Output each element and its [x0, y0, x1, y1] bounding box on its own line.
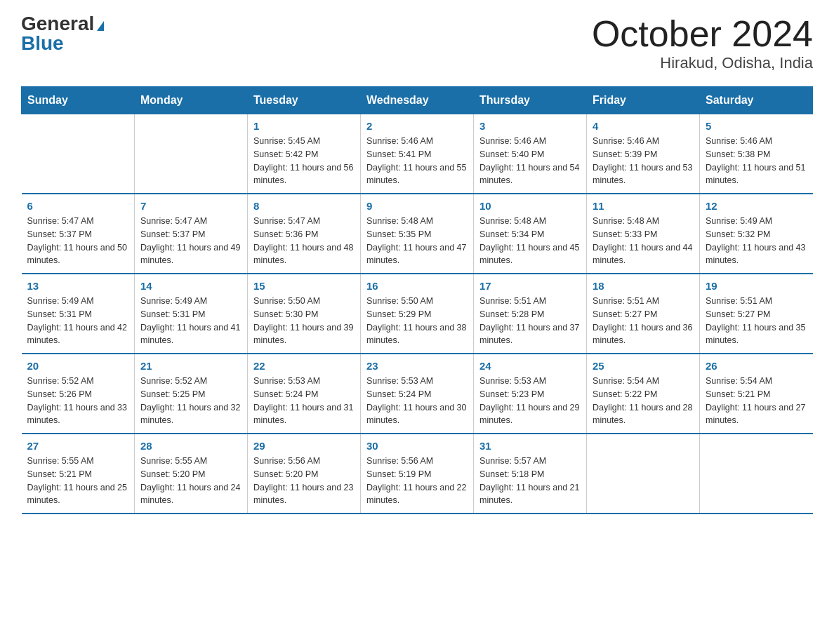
day-number: 24	[479, 360, 581, 372]
calendar-cell: 31Sunrise: 5:57 AMSunset: 5:18 PMDayligh…	[474, 434, 587, 514]
day-info: Sunrise: 5:53 AMSunset: 5:24 PMDaylight:…	[366, 375, 468, 427]
calendar-header-saturday: Saturday	[700, 87, 813, 114]
calendar-cell: 18Sunrise: 5:51 AMSunset: 5:27 PMDayligh…	[587, 274, 700, 354]
day-info: Sunrise: 5:54 AMSunset: 5:21 PMDaylight:…	[706, 375, 807, 427]
day-number: 26	[706, 360, 807, 372]
calendar-cell: 16Sunrise: 5:50 AMSunset: 5:29 PMDayligh…	[361, 274, 474, 354]
day-info: Sunrise: 5:48 AMSunset: 5:35 PMDaylight:…	[366, 215, 468, 267]
calendar-cell: 4Sunrise: 5:46 AMSunset: 5:39 PMDaylight…	[587, 114, 700, 194]
calendar-cell: 14Sunrise: 5:49 AMSunset: 5:31 PMDayligh…	[135, 274, 248, 354]
location-title: Hirakud, Odisha, India	[592, 54, 813, 72]
day-info: Sunrise: 5:52 AMSunset: 5:26 PMDaylight:…	[27, 375, 129, 427]
calendar-cell: 25Sunrise: 5:54 AMSunset: 5:22 PMDayligh…	[587, 354, 700, 434]
logo-triangle-icon	[97, 21, 104, 31]
day-number: 31	[479, 440, 581, 452]
day-info: Sunrise: 5:55 AMSunset: 5:20 PMDaylight:…	[140, 455, 241, 507]
calendar-header-row: SundayMondayTuesdayWednesdayThursdayFrid…	[22, 87, 813, 114]
day-info: Sunrise: 5:46 AMSunset: 5:38 PMDaylight:…	[706, 135, 807, 187]
day-info: Sunrise: 5:48 AMSunset: 5:34 PMDaylight:…	[479, 215, 581, 267]
day-number: 21	[140, 360, 241, 372]
calendar-cell: 24Sunrise: 5:53 AMSunset: 5:23 PMDayligh…	[474, 354, 587, 434]
day-info: Sunrise: 5:47 AMSunset: 5:36 PMDaylight:…	[253, 215, 355, 267]
day-number: 7	[140, 200, 241, 212]
calendar-cell: 19Sunrise: 5:51 AMSunset: 5:27 PMDayligh…	[700, 274, 813, 354]
calendar-week-row: 13Sunrise: 5:49 AMSunset: 5:31 PMDayligh…	[22, 274, 813, 354]
day-info: Sunrise: 5:57 AMSunset: 5:18 PMDaylight:…	[479, 455, 581, 507]
day-number: 9	[366, 200, 468, 212]
day-number: 3	[479, 120, 581, 132]
calendar-cell	[587, 434, 700, 514]
calendar-cell	[700, 434, 813, 514]
day-number: 2	[366, 120, 468, 132]
day-number: 6	[27, 200, 129, 212]
day-number: 16	[366, 280, 468, 292]
calendar-cell: 3Sunrise: 5:46 AMSunset: 5:40 PMDaylight…	[474, 114, 587, 194]
day-info: Sunrise: 5:51 AMSunset: 5:28 PMDaylight:…	[479, 295, 581, 347]
calendar-cell: 13Sunrise: 5:49 AMSunset: 5:31 PMDayligh…	[22, 274, 135, 354]
day-number: 28	[140, 440, 241, 452]
calendar-cell	[135, 114, 248, 194]
calendar-header-thursday: Thursday	[474, 87, 587, 114]
calendar-cell: 21Sunrise: 5:52 AMSunset: 5:25 PMDayligh…	[135, 354, 248, 434]
calendar-header-sunday: Sunday	[22, 87, 135, 114]
day-info: Sunrise: 5:49 AMSunset: 5:31 PMDaylight:…	[140, 295, 241, 347]
day-info: Sunrise: 5:46 AMSunset: 5:39 PMDaylight:…	[593, 135, 694, 187]
day-info: Sunrise: 5:50 AMSunset: 5:30 PMDaylight:…	[253, 295, 355, 347]
calendar-cell: 22Sunrise: 5:53 AMSunset: 5:24 PMDayligh…	[248, 354, 361, 434]
day-number: 14	[140, 280, 241, 292]
calendar-cell: 1Sunrise: 5:45 AMSunset: 5:42 PMDaylight…	[248, 114, 361, 194]
day-info: Sunrise: 5:56 AMSunset: 5:20 PMDaylight:…	[253, 455, 355, 507]
day-info: Sunrise: 5:55 AMSunset: 5:21 PMDaylight:…	[27, 455, 129, 507]
calendar-cell: 28Sunrise: 5:55 AMSunset: 5:20 PMDayligh…	[135, 434, 248, 514]
day-number: 27	[27, 440, 129, 452]
day-number: 20	[27, 360, 129, 372]
day-number: 25	[593, 360, 694, 372]
day-info: Sunrise: 5:45 AMSunset: 5:42 PMDaylight:…	[253, 135, 355, 187]
calendar-cell: 20Sunrise: 5:52 AMSunset: 5:26 PMDayligh…	[22, 354, 135, 434]
calendar-header-wednesday: Wednesday	[361, 87, 474, 114]
calendar-table: SundayMondayTuesdayWednesdayThursdayFrid…	[21, 86, 813, 514]
day-number: 8	[253, 200, 355, 212]
calendar-cell: 17Sunrise: 5:51 AMSunset: 5:28 PMDayligh…	[474, 274, 587, 354]
day-number: 11	[593, 200, 694, 212]
day-number: 22	[253, 360, 355, 372]
logo-blue-text: Blue	[21, 34, 64, 53]
day-number: 1	[253, 120, 355, 132]
calendar-week-row: 1Sunrise: 5:45 AMSunset: 5:42 PMDaylight…	[22, 114, 813, 194]
day-number: 12	[706, 200, 807, 212]
calendar-cell: 9Sunrise: 5:48 AMSunset: 5:35 PMDaylight…	[361, 194, 474, 274]
day-info: Sunrise: 5:53 AMSunset: 5:24 PMDaylight:…	[253, 375, 355, 427]
day-number: 29	[253, 440, 355, 452]
title-block: October 2024 Hirakud, Odisha, India	[592, 14, 813, 72]
day-info: Sunrise: 5:49 AMSunset: 5:32 PMDaylight:…	[706, 215, 807, 267]
day-info: Sunrise: 5:47 AMSunset: 5:37 PMDaylight:…	[140, 215, 241, 267]
day-number: 10	[479, 200, 581, 212]
calendar-header-friday: Friday	[587, 87, 700, 114]
day-number: 5	[706, 120, 807, 132]
calendar-week-row: 6Sunrise: 5:47 AMSunset: 5:37 PMDaylight…	[22, 194, 813, 274]
calendar-cell: 8Sunrise: 5:47 AMSunset: 5:36 PMDaylight…	[248, 194, 361, 274]
calendar-cell: 5Sunrise: 5:46 AMSunset: 5:38 PMDaylight…	[700, 114, 813, 194]
calendar-cell: 6Sunrise: 5:47 AMSunset: 5:37 PMDaylight…	[22, 194, 135, 274]
calendar-cell: 30Sunrise: 5:56 AMSunset: 5:19 PMDayligh…	[361, 434, 474, 514]
day-info: Sunrise: 5:54 AMSunset: 5:22 PMDaylight:…	[593, 375, 694, 427]
day-info: Sunrise: 5:53 AMSunset: 5:23 PMDaylight:…	[479, 375, 581, 427]
calendar-cell: 26Sunrise: 5:54 AMSunset: 5:21 PMDayligh…	[700, 354, 813, 434]
calendar-cell: 10Sunrise: 5:48 AMSunset: 5:34 PMDayligh…	[474, 194, 587, 274]
day-info: Sunrise: 5:51 AMSunset: 5:27 PMDaylight:…	[706, 295, 807, 347]
calendar-cell: 27Sunrise: 5:55 AMSunset: 5:21 PMDayligh…	[22, 434, 135, 514]
calendar-header-monday: Monday	[135, 87, 248, 114]
page-header: General Blue October 2024 Hirakud, Odish…	[21, 14, 813, 72]
day-number: 15	[253, 280, 355, 292]
calendar-week-row: 27Sunrise: 5:55 AMSunset: 5:21 PMDayligh…	[22, 434, 813, 514]
day-number: 30	[366, 440, 468, 452]
calendar-cell: 12Sunrise: 5:49 AMSunset: 5:32 PMDayligh…	[700, 194, 813, 274]
day-info: Sunrise: 5:50 AMSunset: 5:29 PMDaylight:…	[366, 295, 468, 347]
day-info: Sunrise: 5:47 AMSunset: 5:37 PMDaylight:…	[27, 215, 129, 267]
logo: General Blue	[21, 14, 104, 53]
calendar-cell: 7Sunrise: 5:47 AMSunset: 5:37 PMDaylight…	[135, 194, 248, 274]
day-info: Sunrise: 5:52 AMSunset: 5:25 PMDaylight:…	[140, 375, 241, 427]
logo-general-text: General	[21, 14, 94, 34]
day-number: 19	[706, 280, 807, 292]
calendar-cell: 29Sunrise: 5:56 AMSunset: 5:20 PMDayligh…	[248, 434, 361, 514]
